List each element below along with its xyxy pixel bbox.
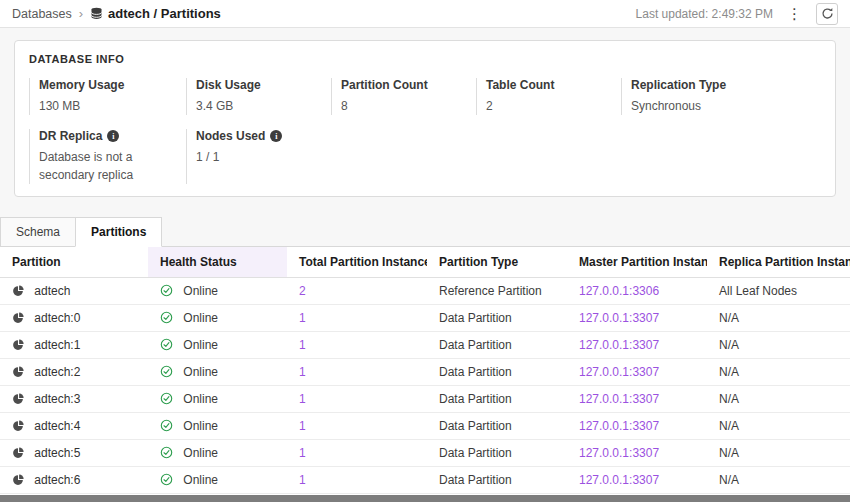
master-instance-link[interactable]: 127.0.0.1:3307 [579, 473, 659, 487]
stat-label: Table Count [486, 78, 554, 92]
partition-type: Data Partition [439, 338, 512, 352]
info-icon[interactable]: i [270, 130, 282, 142]
stat-value: Synchronous [631, 98, 821, 115]
master-instance-link[interactable]: 127.0.0.1:3306 [579, 284, 659, 298]
column-header[interactable]: Total Partition Instances [287, 247, 427, 277]
replica-instance: All Leaf Nodes [719, 284, 797, 298]
breadcrumb-current: adtech / Partitions [108, 6, 221, 21]
stat-block: Table Count 2 [476, 78, 621, 115]
refresh-icon [821, 7, 834, 20]
total-instances-link[interactable]: 1 [299, 365, 306, 379]
table-row[interactable]: adtech:6 Online 1 Data Partition 127.0.0… [0, 466, 850, 493]
total-instances-link[interactable]: 1 [299, 311, 306, 325]
breadcrumb-databases-link[interactable]: Databases [12, 7, 72, 21]
table-row[interactable]: adtech:0 Online 1 Data Partition 127.0.0… [0, 304, 850, 331]
stat-block: Nodes Used i 1 / 1 [186, 129, 821, 184]
kebab-menu-icon[interactable]: ⋮ [785, 6, 804, 21]
breadcrumb-chevron: › [79, 6, 83, 21]
online-check-icon [160, 338, 173, 351]
partition-name: adtech:3 [34, 392, 80, 406]
total-instances-link[interactable]: 2 [299, 284, 306, 298]
partitions-table-wrap: PartitionHealth StatusTotal Partition In… [0, 247, 850, 502]
stat-label: Disk Usage [196, 78, 261, 92]
table-row[interactable]: adtech Online 2 Reference Partition 127.… [0, 277, 850, 304]
stat-block: DR Replica i Database is not a secondary… [29, 129, 186, 184]
partition-name: adtech:5 [34, 446, 80, 460]
partition-pie-icon [12, 447, 24, 459]
stat-value: 1 / 1 [196, 149, 821, 166]
partitions-table: PartitionHealth StatusTotal Partition In… [0, 247, 850, 502]
partition-name: adtech:0 [34, 311, 80, 325]
stats-row-1: Memory Usage 130 MB Disk Usage 3.4 GB Pa… [29, 78, 821, 115]
partition-name: adtech:4 [34, 419, 80, 433]
stat-label: Partition Count [341, 78, 428, 92]
stat-value: 130 MB [39, 98, 186, 115]
partition-name: adtech:2 [34, 365, 80, 379]
stat-value: Database is not a secondary replica [39, 149, 179, 184]
stat-block: Replication Type Synchronous [621, 78, 821, 115]
stat-value: 8 [341, 98, 476, 115]
column-header[interactable]: Partition Type [427, 247, 567, 277]
column-header[interactable]: Master Partition Instance ... [567, 247, 707, 277]
health-status: Online [183, 338, 218, 352]
partition-type: Data Partition [439, 365, 512, 379]
horizontal-scrollbar[interactable] [0, 495, 850, 502]
online-check-icon [160, 284, 173, 297]
database-info-section: DATABASE INFO Memory Usage 130 MB Disk U… [0, 28, 850, 207]
partition-type: Data Partition [439, 446, 512, 460]
total-instances-link[interactable]: 1 [299, 446, 306, 460]
partition-pie-icon [12, 285, 24, 297]
partition-type: Data Partition [439, 392, 512, 406]
total-instances-link[interactable]: 1 [299, 338, 306, 352]
table-row[interactable]: adtech:4 Online 1 Data Partition 127.0.0… [0, 412, 850, 439]
stat-label: Memory Usage [39, 78, 124, 92]
replica-instance: N/A [719, 419, 739, 433]
replica-instance: N/A [719, 311, 739, 325]
column-header[interactable]: Replica Partition Instance ... [707, 247, 850, 277]
total-instances-link[interactable]: 1 [299, 419, 306, 433]
partition-pie-icon [12, 366, 24, 378]
health-status: Online [183, 473, 218, 487]
last-updated-text: Last updated: 2:49:32 PM [636, 7, 773, 21]
replica-instance: N/A [719, 338, 739, 352]
master-instance-link[interactable]: 127.0.0.1:3307 [579, 419, 659, 433]
partition-name: adtech [34, 284, 70, 298]
total-instances-link[interactable]: 1 [299, 392, 306, 406]
online-check-icon [160, 311, 173, 324]
tab-partitions[interactable]: Partitions [75, 217, 162, 247]
stat-label: Replication Type [631, 78, 726, 92]
database-icon [90, 7, 103, 20]
column-header[interactable]: Partition [0, 247, 148, 277]
refresh-button[interactable] [816, 3, 838, 25]
partition-pie-icon [12, 474, 24, 486]
partitions-table-body: adtech Online 2 Reference Partition 127.… [0, 277, 850, 502]
partition-type: Data Partition [439, 419, 512, 433]
column-header[interactable]: Health Status [148, 247, 287, 277]
master-instance-link[interactable]: 127.0.0.1:3307 [579, 446, 659, 460]
partition-pie-icon [12, 393, 24, 405]
master-instance-link[interactable]: 127.0.0.1:3307 [579, 392, 659, 406]
master-instance-link[interactable]: 127.0.0.1:3307 [579, 338, 659, 352]
partition-type: Data Partition [439, 311, 512, 325]
health-status: Online [183, 284, 218, 298]
replica-instance: N/A [719, 446, 739, 460]
stat-block: Memory Usage 130 MB [29, 78, 186, 115]
table-row[interactable]: adtech:2 Online 1 Data Partition 127.0.0… [0, 358, 850, 385]
online-check-icon [160, 419, 173, 432]
stat-label: DR Replica [39, 129, 102, 143]
table-row[interactable]: adtech:5 Online 1 Data Partition 127.0.0… [0, 439, 850, 466]
info-icon[interactable]: i [107, 130, 119, 142]
replica-instance: N/A [719, 392, 739, 406]
partition-name: adtech:6 [34, 473, 80, 487]
master-instance-link[interactable]: 127.0.0.1:3307 [579, 311, 659, 325]
master-instance-link[interactable]: 127.0.0.1:3307 [579, 365, 659, 379]
online-check-icon [160, 473, 173, 486]
table-row[interactable]: adtech:3 Online 1 Data Partition 127.0.0… [0, 385, 850, 412]
card-title: DATABASE INFO [29, 53, 821, 65]
health-status: Online [183, 311, 218, 325]
table-row[interactable]: adtech:1 Online 1 Data Partition 127.0.0… [0, 331, 850, 358]
online-check-icon [160, 365, 173, 378]
total-instances-link[interactable]: 1 [299, 473, 306, 487]
tab-schema[interactable]: Schema [0, 217, 76, 247]
partition-pie-icon [12, 420, 24, 432]
